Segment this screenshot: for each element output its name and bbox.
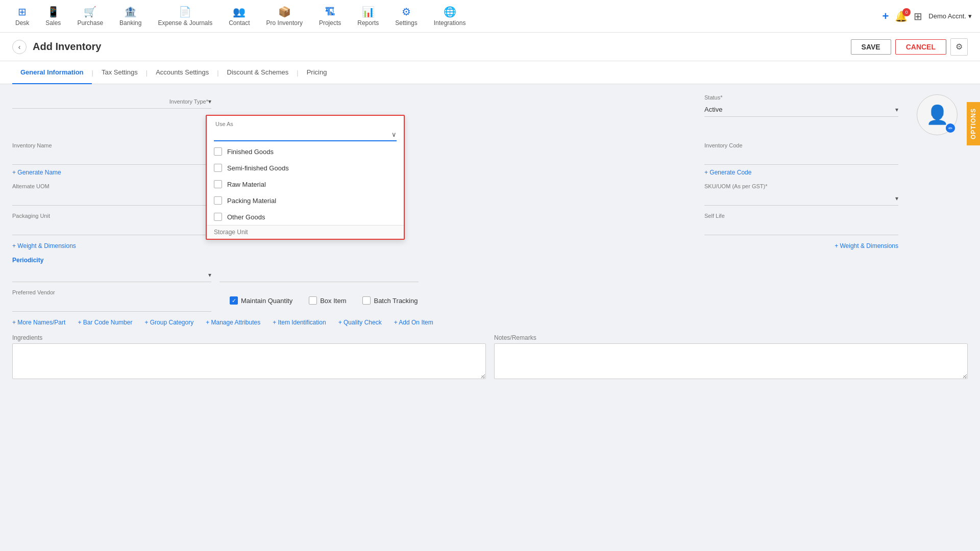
semi-finished-checkbox[interactable] — [214, 164, 222, 172]
use-as-dropdown: Use As ∨ Finished Goods Semi-finished Go… — [206, 115, 405, 240]
banking-icon: 🏦 — [124, 6, 137, 18]
inventory-type-input[interactable] — [12, 97, 169, 105]
dropdown-item-raw-material[interactable]: Raw Material — [207, 176, 404, 192]
nav-item-expense[interactable]: 📄 Expense & Journals — [151, 3, 219, 30]
dropdown-search-input[interactable] — [214, 129, 391, 140]
back-button[interactable]: ‹ — [12, 40, 27, 54]
contact-icon: 👥 — [233, 6, 246, 18]
weight-dimensions-left-link[interactable]: + Weight & Dimensions — [12, 242, 76, 249]
maintain-quantity-label: Maintain Quantity — [241, 297, 292, 305]
tab-discount-schemes[interactable]: Discount & Schemes — [219, 61, 297, 84]
cancel-button[interactable]: CANCEL — [895, 39, 946, 55]
alternate-uom-input[interactable] — [12, 191, 211, 206]
tab-general-information[interactable]: General Information — [12, 61, 92, 84]
nav-item-banking[interactable]: 🏦 Banking — [112, 3, 149, 30]
user-name: Demo Accnt. — [928, 12, 966, 20]
nav-item-reports[interactable]: 📊 Reports — [350, 3, 386, 30]
status-chevron-icon[interactable]: ▾ — [895, 106, 898, 113]
nav-item-settings[interactable]: ⚙ Settings — [388, 3, 424, 30]
self-life-label: Self Life — [704, 213, 898, 219]
more-names-link[interactable]: + More Names/Part — [12, 319, 65, 326]
save-button[interactable]: SAVE — [851, 39, 891, 55]
desk-icon: ⊞ — [18, 6, 27, 18]
dropdown-item-other-goods[interactable]: Other Goods — [207, 209, 404, 225]
ingredients-group: Ingredients ⤡ — [12, 334, 486, 381]
sales-icon: 📱 — [47, 6, 60, 18]
periodicity-group: Periodicity ▾ — [12, 257, 211, 282]
notes-textarea[interactable] — [494, 343, 968, 379]
dropdown-item-semi-finished[interactable]: Semi-finished Goods — [207, 160, 404, 176]
avatar-edit-icon[interactable]: ✏ — [946, 123, 955, 133]
top-nav: ⊞ Desk 📱 Sales 🛒 Purchase 🏦 Banking 📄 Ex… — [0, 0, 980, 33]
form-row-2: Inventory Name + Generate Name Inventory… — [12, 142, 968, 176]
ingredients-textarea[interactable] — [12, 343, 486, 379]
packaging-unit-input[interactable] — [12, 221, 211, 235]
generate-code-link[interactable]: + Generate Code — [704, 169, 898, 176]
settings-icon: ⚙ — [402, 6, 411, 18]
tab-tax-settings[interactable]: Tax Settings — [93, 61, 146, 84]
user-menu[interactable]: Demo Accnt. ▾ — [928, 12, 972, 20]
periodicity-chevron-icon[interactable]: ▾ — [208, 271, 211, 279]
nav-item-contact[interactable]: 👥 Contact — [222, 3, 257, 30]
quality-check-link[interactable]: + Quality Check — [338, 319, 382, 326]
nav-item-pro-inventory[interactable]: 📦 Pro Inventory — [259, 3, 310, 30]
add-button[interactable]: + — [882, 10, 889, 23]
sku-uom-chevron-icon[interactable]: ▾ — [895, 195, 898, 202]
nav-item-desk[interactable]: ⊞ Desk — [8, 3, 36, 30]
dropdown-search-wrapper[interactable]: ∨ — [214, 129, 397, 141]
avatar[interactable]: 👤 ✏ — [917, 94, 958, 135]
options-side-tab[interactable]: OPTIONS — [967, 102, 980, 145]
nav-item-integrations[interactable]: 🌐 Integrations — [427, 3, 473, 30]
status-select[interactable]: ▾ — [704, 103, 898, 117]
other-goods-checkbox[interactable] — [214, 213, 222, 221]
tab-pricing[interactable]: Pricing — [299, 61, 335, 84]
group-category-link[interactable]: + Group Category — [144, 319, 193, 326]
nav-item-sales[interactable]: 📱 Sales — [38, 3, 68, 30]
nav-right: + 🔔 0 ⊞ Demo Accnt. ▾ — [882, 10, 972, 23]
weight-dimensions-right-link[interactable]: + Weight & Dimensions — [835, 242, 898, 249]
inventory-name-label: Inventory Name — [12, 142, 211, 148]
inventory-type-label: Inventory Type* — [169, 98, 208, 105]
box-item-label: Box Item — [320, 297, 346, 305]
packing-material-checkbox[interactable] — [214, 196, 222, 205]
manage-attributes-link[interactable]: + Manage Attributes — [206, 319, 260, 326]
status-input[interactable] — [704, 106, 895, 113]
add-on-item-link[interactable]: + Add On Item — [394, 319, 433, 326]
periodicity-select[interactable]: ▾ — [12, 268, 211, 282]
periodicity-input[interactable] — [12, 271, 208, 279]
form-row-4: Packaging Unit Self Life — [12, 213, 968, 235]
nav-item-projects[interactable]: 🏗 Projects — [312, 3, 348, 30]
tab-accounts-settings[interactable]: Accounts Settings — [148, 61, 217, 84]
bar-code-link[interactable]: + Bar Code Number — [78, 319, 132, 326]
finished-goods-checkbox[interactable] — [214, 147, 222, 156]
box-item-checkbox[interactable]: Box Item — [309, 296, 346, 305]
dropdown-item-packing-material[interactable]: Packing Material — [207, 192, 404, 209]
sku-uom-input[interactable] — [704, 194, 895, 202]
nav-label-integrations: Integrations — [434, 19, 466, 27]
sku-uom-group: SKU/UOM (As per GST)* ▾ — [704, 183, 898, 206]
periodicity-value-input[interactable] — [219, 268, 419, 282]
nav-item-purchase[interactable]: 🛒 Purchase — [70, 3, 110, 30]
generate-name-link[interactable]: + Generate Name — [12, 169, 211, 176]
grid-icon[interactable]: ⊞ — [914, 10, 922, 22]
inventory-name-input[interactable] — [12, 151, 211, 165]
self-life-input[interactable] — [704, 221, 898, 235]
gear-button[interactable]: ⚙ — [950, 38, 968, 56]
sku-uom-select[interactable]: ▾ — [704, 191, 898, 206]
nav-label-desk: Desk — [15, 19, 29, 27]
raw-material-checkbox[interactable] — [214, 180, 222, 188]
batch-tracking-label: Batch Tracking — [374, 297, 418, 305]
periodicity-label: Periodicity — [12, 257, 211, 264]
inventory-code-input[interactable] — [704, 151, 898, 165]
inventory-type-select[interactable]: Inventory Type* ▾ — [12, 94, 211, 109]
inventory-type-chevron-icon[interactable]: ▾ — [208, 98, 211, 105]
maintain-quantity-checkbox[interactable]: ✓ Maintain Quantity — [230, 296, 292, 305]
notification-bell[interactable]: 🔔 0 — [895, 10, 908, 22]
batch-tracking-checkbox[interactable]: Batch Tracking — [362, 296, 418, 305]
item-identification-link[interactable]: + Item Identification — [273, 319, 326, 326]
dropdown-item-finished-goods[interactable]: Finished Goods — [207, 143, 404, 160]
preferred-vendor-input[interactable] — [12, 297, 211, 312]
form-row-1: Inventory Type* ▾ Status* ▾ 👤 ✏ — [12, 94, 968, 135]
gear-icon: ⚙ — [955, 42, 963, 52]
inventory-type-group: Inventory Type* ▾ — [12, 94, 211, 109]
